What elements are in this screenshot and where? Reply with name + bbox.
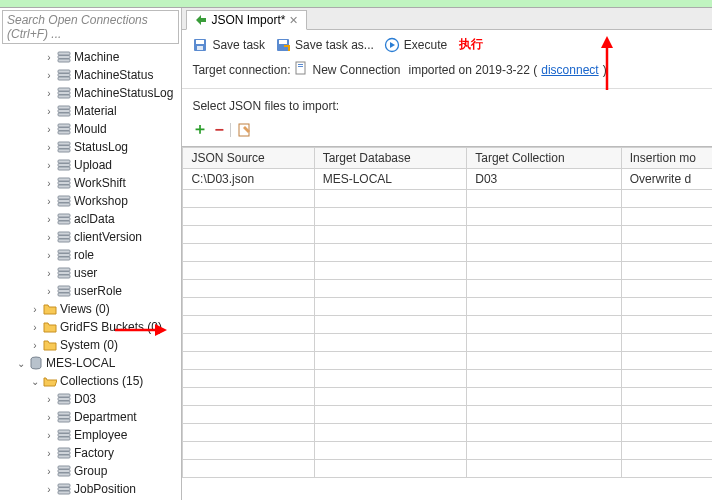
svg-rect-39 <box>58 286 70 289</box>
twist-icon[interactable]: › <box>42 410 56 424</box>
svg-rect-36 <box>58 268 70 271</box>
close-icon[interactable]: ✕ <box>289 14 298 27</box>
add-file-button[interactable]: ＋ <box>192 119 208 140</box>
twist-icon[interactable]: › <box>42 122 56 136</box>
svg-rect-80 <box>279 40 287 44</box>
tree-item-machine[interactable]: ›Machine <box>0 48 181 66</box>
twist-icon[interactable]: › <box>42 248 56 262</box>
svg-rect-77 <box>196 40 204 44</box>
tree-label: GridFS Buckets (0) <box>60 320 162 334</box>
tree-item-employee[interactable]: ›Employee <box>0 426 181 444</box>
tree-icon <box>56 284 72 298</box>
editor-area: JSON Import* ✕ Save task Save task as...… <box>182 8 712 500</box>
tree-item-department[interactable]: ›Department <box>0 408 181 426</box>
svg-rect-53 <box>58 452 70 455</box>
twist-icon[interactable]: › <box>42 428 56 442</box>
tab-json-import[interactable]: JSON Import* ✕ <box>186 10 307 30</box>
svg-rect-30 <box>58 232 70 235</box>
svg-rect-24 <box>58 196 70 199</box>
tree-icon <box>56 446 72 460</box>
save-task-as-label: Save task as... <box>295 38 374 52</box>
svg-rect-28 <box>58 218 70 221</box>
twist-icon[interactable]: › <box>28 338 42 352</box>
twist-icon[interactable]: › <box>42 176 56 190</box>
twist-icon[interactable]: › <box>42 104 56 118</box>
tree-item-workshop[interactable]: ›Workshop <box>0 192 181 210</box>
twist-icon[interactable]: › <box>42 194 56 208</box>
tree-item-statuslog[interactable]: ›StatusLog <box>0 138 181 156</box>
svg-rect-29 <box>58 221 70 224</box>
tree-item-machinestatus[interactable]: ›MachineStatus <box>0 66 181 84</box>
save-task-as-button[interactable]: Save task as... <box>275 37 374 53</box>
tree-label: Workshop <box>74 194 128 208</box>
twist-icon[interactable]: › <box>42 158 56 172</box>
tree-folder-system[interactable]: ›System (0) <box>0 336 181 354</box>
twist-icon[interactable]: › <box>42 446 56 460</box>
twist-icon[interactable]: › <box>28 320 42 334</box>
col-json-source[interactable]: JSON Source <box>183 148 314 169</box>
tree-folder-views[interactable]: ›Views (0) <box>0 300 181 318</box>
tree-item-machinestatuslog[interactable]: ›MachineStatusLog <box>0 84 181 102</box>
tree-item-role[interactable]: ›role <box>0 246 181 264</box>
twist-icon[interactable]: › <box>42 230 56 244</box>
top-banner <box>0 0 712 8</box>
separator <box>230 123 231 137</box>
save-task-button[interactable]: Save task <box>192 37 265 53</box>
tree-item-material[interactable]: ›Material <box>0 102 181 120</box>
twist-icon[interactable]: ⌄ <box>14 356 28 370</box>
twist-icon[interactable]: › <box>42 284 56 298</box>
tree-folder-collections[interactable]: ⌄Collections (15) <box>0 372 181 390</box>
tree-item-userrole[interactable]: ›userRole <box>0 282 181 300</box>
files-table[interactable]: JSON Source Target Database Target Colle… <box>182 146 712 500</box>
tree-label: Department <box>74 410 137 424</box>
twist-icon[interactable]: › <box>42 86 56 100</box>
tree-item-mould[interactable]: ›Mould <box>0 120 181 138</box>
twist-icon[interactable]: › <box>42 50 56 64</box>
tree-label: Upload <box>74 158 112 172</box>
svg-rect-57 <box>58 473 70 476</box>
tree-item-clientversion[interactable]: ›clientVersion <box>0 228 181 246</box>
tree-folder-gridfs[interactable]: ›GridFS Buckets (0) <box>0 318 181 336</box>
disconnect-link[interactable]: disconnect <box>541 63 598 77</box>
tree-item-user[interactable]: ›user <box>0 264 181 282</box>
execute-button[interactable]: Execute <box>384 37 447 53</box>
table-row[interactable]: C:\D03.jsonMES-LOCALD03Overwrite d <box>183 169 712 190</box>
twist-icon[interactable]: › <box>28 302 42 316</box>
table-row-empty <box>183 352 712 370</box>
tree-db-mes-local[interactable]: ⌄MES-LOCAL <box>0 354 181 372</box>
tree-item-workshift[interactable]: ›WorkShift <box>0 174 181 192</box>
col-insertion-mode[interactable]: Insertion mo <box>621 148 712 169</box>
edit-button[interactable] <box>237 122 253 138</box>
tree-item-factory[interactable]: ›Factory <box>0 444 181 462</box>
twist-icon[interactable]: › <box>42 212 56 226</box>
tab-title: JSON Import* <box>211 13 285 27</box>
col-target-database[interactable]: Target Database <box>314 148 467 169</box>
tree-item-acldata[interactable]: ›aclData <box>0 210 181 228</box>
svg-rect-46 <box>58 412 70 415</box>
svg-rect-7 <box>58 92 70 95</box>
tree-item-d03[interactable]: ›D03 <box>0 390 181 408</box>
remove-file-button[interactable]: − <box>214 121 223 139</box>
tree-label: Machine <box>74 50 119 64</box>
tree-label: MES-LOCAL <box>46 356 115 370</box>
svg-rect-44 <box>58 398 70 401</box>
twist-icon[interactable]: ⌄ <box>28 374 42 388</box>
tree-item-jobposition[interactable]: ›JobPosition <box>0 480 181 498</box>
connection-tree[interactable]: ›Machine›MachineStatus›MachineStatusLog›… <box>0 46 181 500</box>
twist-icon[interactable]: › <box>42 464 56 478</box>
tree-item-group[interactable]: ›Group <box>0 462 181 480</box>
twist-icon[interactable]: › <box>42 392 56 406</box>
search-input[interactable]: Search Open Connections (Ctrl+F) ... <box>2 10 179 44</box>
svg-rect-19 <box>58 164 70 167</box>
cell-target_coll: D03 <box>467 169 622 190</box>
twist-icon[interactable]: › <box>42 68 56 82</box>
svg-rect-4 <box>58 74 70 77</box>
tree-icon <box>56 230 72 244</box>
col-target-collection[interactable]: Target Collection <box>467 148 622 169</box>
twist-icon[interactable]: › <box>42 482 56 496</box>
twist-icon[interactable]: › <box>42 140 56 154</box>
table-row-empty <box>183 460 712 478</box>
tree-item-upload[interactable]: ›Upload <box>0 156 181 174</box>
twist-icon[interactable]: › <box>42 266 56 280</box>
svg-rect-52 <box>58 448 70 451</box>
